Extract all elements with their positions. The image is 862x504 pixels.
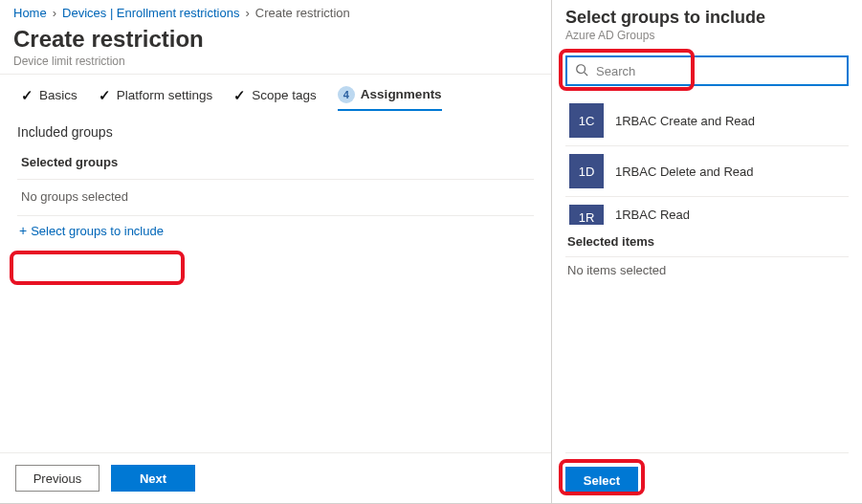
step-label: Platform settings [117, 88, 213, 102]
chevron-right-icon: › [53, 6, 56, 20]
step-scope-tags[interactable]: ✓ Scope tags [233, 87, 317, 110]
group-item[interactable]: 1D 1RBAC Delete and Read [565, 145, 849, 196]
select-groups-link[interactable]: + Select groups to include [17, 220, 169, 242]
step-number-badge: 4 [338, 86, 355, 103]
included-groups-heading: Included groups [17, 124, 534, 140]
svg-point-0 [577, 64, 586, 73]
group-item[interactable]: 1R 1RBAC Read [565, 196, 849, 225]
search-icon [575, 63, 588, 79]
group-list: 1C 1RBAC Create and Read 1D 1RBAC Delete… [565, 96, 849, 225]
search-input[interactable] [594, 63, 839, 79]
page-subtitle: Device limit restriction [13, 55, 538, 68]
group-name: 1RBAC Create and Read [615, 114, 755, 128]
breadcrumb-current: Create restriction [255, 6, 350, 20]
breadcrumb: Home › Devices | Enrollment restrictions… [0, 0, 551, 24]
step-basics[interactable]: ✓ Basics [21, 87, 77, 110]
page-title: Create restriction [13, 26, 538, 54]
previous-button[interactable]: Previous [15, 465, 99, 492]
chevron-right-icon: › [245, 6, 249, 20]
wizard-steps: ✓ Basics ✓ Platform settings ✓ Scope tag… [0, 75, 551, 115]
no-items-selected: No items selected [565, 256, 849, 283]
search-box[interactable] [565, 55, 849, 86]
group-avatar: 1C [569, 103, 604, 138]
check-icon: ✓ [21, 87, 33, 104]
group-avatar: 1R [569, 205, 604, 225]
select-button[interactable]: Select [565, 467, 638, 493]
check-icon: ✓ [99, 87, 111, 104]
no-groups-selected: No groups selected [17, 184, 534, 213]
divider [17, 179, 534, 180]
group-item[interactable]: 1C 1RBAC Create and Read [565, 96, 849, 145]
group-name: 1RBAC Read [615, 208, 690, 222]
select-groups-label: Select groups to include [31, 224, 164, 238]
step-assignments[interactable]: 4 Assignments [338, 86, 442, 111]
select-groups-panel: Select groups to include Azure AD Groups… [552, 0, 862, 503]
step-label: Assignments [361, 87, 442, 101]
selected-items-heading: Selected items [567, 234, 847, 249]
group-avatar: 1D [569, 154, 604, 188]
panel-subtitle: Azure AD Groups [565, 29, 849, 42]
check-icon: ✓ [233, 87, 246, 104]
breadcrumb-devices[interactable]: Devices | Enrollment restrictions [62, 6, 239, 20]
step-label: Basics [39, 88, 77, 102]
plus-icon: + [19, 224, 27, 237]
svg-line-1 [585, 72, 588, 76]
group-name: 1RBAC Delete and Read [615, 164, 754, 179]
divider [17, 215, 534, 216]
next-button[interactable]: Next [111, 465, 195, 492]
breadcrumb-home[interactable]: Home [13, 6, 47, 20]
step-platform-settings[interactable]: ✓ Platform settings [99, 87, 213, 110]
step-label: Scope tags [252, 88, 317, 102]
selected-groups-heading: Selected groups [17, 149, 534, 177]
wizard-footer: Previous Next [0, 452, 551, 503]
panel-title: Select groups to include [565, 8, 849, 28]
